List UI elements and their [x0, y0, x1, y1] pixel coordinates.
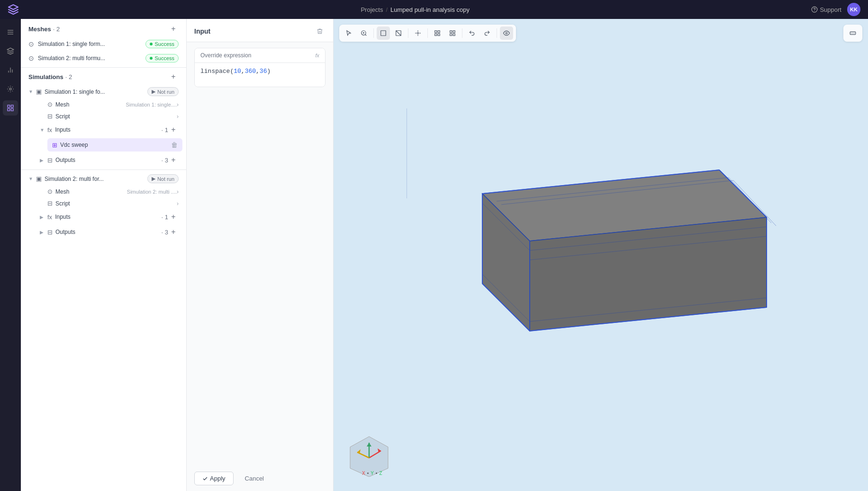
- help-icon: [811, 6, 818, 13]
- meshes-count: · 2: [53, 26, 60, 33]
- z-axis-label: Z: [379, 471, 382, 476]
- code-fn-text: linspace(: [200, 68, 234, 75]
- apply-button[interactable]: Apply: [194, 472, 234, 485]
- simulations-count: · 2: [65, 73, 72, 80]
- meshes-title-text: Meshes: [28, 26, 51, 33]
- sim2-script-arrow[interactable]: ›: [177, 200, 179, 207]
- vdc-delete-button[interactable]: 🗑: [171, 141, 178, 149]
- code-num-1: 10: [234, 68, 241, 75]
- input-panel-title: Input: [194, 27, 210, 35]
- sim2-inputs-count: · 1: [162, 214, 168, 221]
- vdc-sweep-item[interactable]: ⊞ Vdc sweep 🗑: [47, 138, 182, 152]
- axis-labels: X • Y • Z: [362, 471, 382, 476]
- status-dot-2: [150, 57, 153, 60]
- support-button[interactable]: Support: [811, 6, 841, 13]
- mesh-name-1: Simulation 1: single form...: [38, 41, 105, 47]
- svg-point-1: [814, 11, 815, 11]
- sim1-outputs-row[interactable]: ▶ ⊟ Outputs · 3 +: [21, 152, 186, 168]
- code-paren-close: ): [267, 68, 271, 75]
- svg-rect-11: [11, 108, 13, 111]
- sim2-add-input-button[interactable]: +: [168, 212, 179, 222]
- sim1-outputs-count: · 3: [162, 157, 168, 164]
- sim1-row[interactable]: ▼ ▣ Simulation 1: single fo... ▶ Not run: [21, 85, 186, 98]
- mesh-name-2: Simulation 2: multi formu...: [38, 55, 105, 62]
- sim1-script-label: Script: [55, 113, 177, 120]
- add-mesh-button[interactable]: +: [168, 24, 179, 34]
- sim1-mesh-sublabel: Simulation 1: single....: [126, 102, 177, 107]
- sim2-outputs-chevron[interactable]: ▶: [40, 230, 45, 235]
- topbar: Projects / Lumped pull-in analysis copy …: [0, 0, 868, 19]
- divider-1: [21, 67, 186, 68]
- fx-toggle-button[interactable]: fx: [315, 53, 319, 58]
- sim2-inputs-icon: fx: [47, 214, 52, 221]
- orientation-widget[interactable]: X • Y • Z: [348, 434, 390, 477]
- sim1-inputs-row[interactable]: ▼ fx Inputs · 1 +: [21, 122, 186, 137]
- user-avatar[interactable]: KK: [847, 3, 860, 16]
- code-comma-1: ,: [241, 68, 245, 75]
- sim2-script-row[interactable]: ⊟ Script ›: [21, 197, 186, 209]
- sim1-script-icon: ⊟: [47, 113, 53, 120]
- sim2-row[interactable]: ▼ ▣ Simulation 2: multi for... ▶ Not run: [21, 172, 186, 186]
- simulation-icon[interactable]: [3, 100, 18, 116]
- settings-icon[interactable]: [3, 81, 18, 97]
- override-expression-section: Override expression fx linspace(10,360,3…: [194, 48, 326, 87]
- sim2-inputs-label: Inputs: [55, 214, 161, 220]
- sim2-outputs-row[interactable]: ▶ ⊟ Outputs · 3 +: [21, 224, 186, 240]
- analytics-icon[interactable]: [3, 62, 18, 78]
- app-logo: [8, 4, 19, 15]
- sim2-mesh-label: Mesh: [55, 188, 125, 195]
- left-panel: Meshes · 2 + ⊙ Simulation 1: single form…: [21, 19, 187, 491]
- code-editor[interactable]: linspace(10,360,36): [195, 63, 325, 87]
- status-text-1: Success: [154, 41, 174, 47]
- main-layout: Meshes · 2 + ⊙ Simulation 1: single form…: [0, 19, 868, 491]
- input-delete-button[interactable]: [314, 26, 326, 37]
- sim2-inputs-row[interactable]: ▶ fx Inputs · 1 +: [21, 209, 186, 224]
- geometry-icon[interactable]: [3, 44, 18, 59]
- status-text-2: Success: [154, 55, 174, 61]
- sim1-outputs-chevron[interactable]: ▶: [40, 158, 45, 163]
- sim1-script-row[interactable]: ⊟ Script ›: [21, 110, 186, 122]
- sim2-status-badge: ▶ Not run: [147, 174, 179, 183]
- sim1-status-badge: ▶ Not run: [147, 87, 179, 96]
- sim1-script-arrow[interactable]: ›: [177, 113, 179, 120]
- add-simulation-button[interactable]: +: [168, 71, 179, 82]
- 3d-viewport-svg: [407, 108, 795, 402]
- sim2-status-text: Not run: [157, 176, 174, 182]
- input-actions: [314, 26, 326, 37]
- vdc-label: Vdc sweep: [60, 142, 88, 148]
- apply-label: Apply: [210, 475, 226, 482]
- menu-icon[interactable]: [3, 25, 18, 40]
- sim1-add-input-button[interactable]: +: [168, 125, 179, 135]
- input-footer: Apply Cancel: [187, 466, 333, 491]
- mesh-item-1[interactable]: ⊙ Simulation 1: single form... Success: [21, 37, 186, 51]
- sim1-inputs-chevron[interactable]: ▼: [40, 127, 45, 133]
- sim2-inputs-chevron[interactable]: ▶: [40, 214, 45, 220]
- projects-link[interactable]: Projects: [361, 6, 383, 13]
- mesh-item-2[interactable]: ⊙ Simulation 2: multi formu... Success: [21, 51, 186, 65]
- sim2-script-icon: ⊟: [47, 200, 53, 207]
- sim2-chevron[interactable]: ▼: [28, 176, 34, 181]
- sim1-chevron[interactable]: ▼: [28, 89, 34, 94]
- svg-point-8: [9, 88, 11, 90]
- sim1-add-output-button[interactable]: +: [168, 155, 179, 165]
- sim2-add-output-button[interactable]: +: [168, 227, 179, 237]
- mesh-icon-2: ⊙: [28, 54, 34, 62]
- sim1-mesh-arrow[interactable]: ›: [177, 101, 179, 108]
- sim1-outputs-icon: ⊟: [47, 157, 53, 164]
- sim1-mesh-row[interactable]: ⊙ Mesh Simulation 1: single.... ›: [21, 98, 186, 110]
- axis-dot-2: •: [376, 471, 378, 476]
- sim2-outputs-label: Outputs: [55, 229, 162, 235]
- input-header: Input: [187, 19, 333, 42]
- sim2-mesh-row[interactable]: ⊙ Mesh Simulation 2: multi .... ›: [21, 186, 186, 197]
- breadcrumb: Projects / Lumped pull-in analysis copy: [361, 6, 470, 13]
- topbar-right: Support KK: [811, 3, 860, 16]
- cancel-button[interactable]: Cancel: [237, 472, 271, 485]
- sim2-mesh-icon: ⊙: [47, 188, 53, 195]
- sim2-mesh-arrow[interactable]: ›: [177, 188, 179, 195]
- mesh-status-2: Success: [145, 54, 179, 62]
- status-dot-1: [150, 43, 153, 45]
- sim1-inputs-count: · 1: [162, 126, 168, 134]
- sim1-inputs-label: Inputs: [55, 126, 161, 133]
- sim2-mesh-sublabel: Simulation 2: multi ....: [127, 189, 177, 195]
- vdc-icon: ⊞: [52, 142, 57, 149]
